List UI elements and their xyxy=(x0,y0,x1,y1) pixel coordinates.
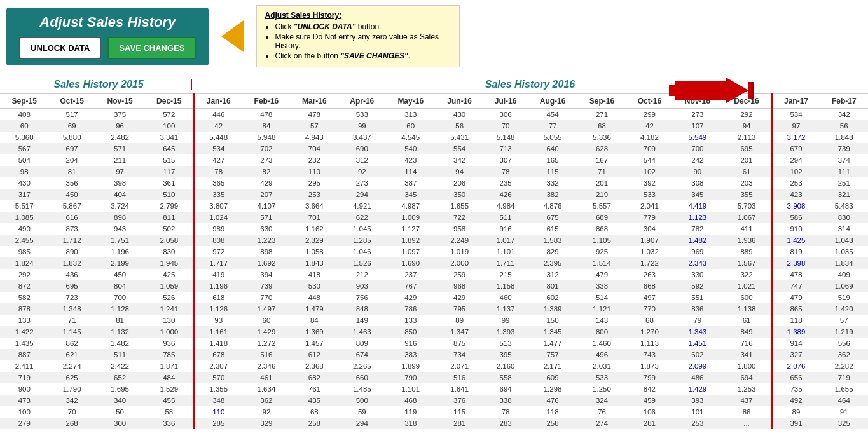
cell[interactable]: 1.241 xyxy=(144,303,194,315)
cell[interactable]: 429 xyxy=(436,292,483,303)
cell[interactable]: 1.936 xyxy=(722,235,772,246)
cell[interactable]: 419 xyxy=(194,269,242,280)
cell[interactable]: 640 xyxy=(528,143,577,154)
cell[interactable]: 409 xyxy=(820,269,868,280)
cell[interactable]: 1.634 xyxy=(242,383,290,395)
cell[interactable]: 533 xyxy=(577,372,626,383)
cell[interactable]: 618 xyxy=(194,292,242,303)
cell[interactable]: 1.272 xyxy=(242,338,290,349)
cell[interactable]: 427 xyxy=(194,154,242,166)
cell[interactable]: 533 xyxy=(626,189,673,200)
cell[interactable]: 356 xyxy=(48,177,95,189)
cell[interactable]: 454 xyxy=(528,109,577,121)
cell[interactable]: 1.429 xyxy=(242,326,290,338)
cell[interactable]: 582 xyxy=(0,292,48,303)
cell[interactable]: 5.948 xyxy=(242,132,290,143)
cell[interactable]: 115 xyxy=(436,406,483,418)
cell[interactable]: 235 xyxy=(483,177,527,189)
cell[interactable]: 376 xyxy=(436,395,483,406)
cell[interactable]: 709 xyxy=(626,143,673,154)
cell[interactable]: 556 xyxy=(820,338,868,349)
cell[interactable]: 1.298 xyxy=(528,383,577,395)
cell[interactable]: 450 xyxy=(95,269,144,280)
cell[interactable]: 292 xyxy=(722,109,772,121)
cell[interactable]: 78 xyxy=(483,166,527,177)
cell[interactable]: 630 xyxy=(242,223,290,235)
cell[interactable]: 799 xyxy=(626,372,673,383)
cell[interactable]: 865 xyxy=(772,303,820,315)
cell[interactable]: 1.253 xyxy=(722,383,772,395)
cell[interactable]: 694 xyxy=(722,372,772,383)
cell[interactable]: 496 xyxy=(577,349,626,360)
cell[interactable]: 702 xyxy=(242,143,290,154)
cell[interactable]: 723 xyxy=(48,292,95,303)
cell[interactable]: 1.123 xyxy=(673,212,722,223)
cell[interactable]: 716 xyxy=(722,338,772,349)
cell[interactable]: 1.843 xyxy=(291,257,338,269)
cell[interactable]: 435 xyxy=(291,395,338,406)
cell[interactable]: 1.046 xyxy=(338,246,385,257)
cell[interactable]: 887 xyxy=(0,349,48,360)
cell[interactable]: 99 xyxy=(338,120,385,132)
cell[interactable]: 514 xyxy=(577,292,626,303)
cell[interactable]: 5.867 xyxy=(48,200,95,212)
cell[interactable]: 2.099 xyxy=(673,360,722,372)
cell[interactable]: 94 xyxy=(436,166,483,177)
cell[interactable]: 5.557 xyxy=(577,200,626,212)
cell[interactable]: 2.422 xyxy=(95,360,144,372)
cell[interactable]: 592 xyxy=(673,280,722,292)
cell[interactable]: 504 xyxy=(0,154,48,166)
cell[interactable]: 314 xyxy=(820,223,868,235)
cell[interactable]: 92 xyxy=(338,166,385,177)
cell[interactable]: 61 xyxy=(722,166,772,177)
cell[interactable]: 317 xyxy=(0,189,48,200)
cell[interactable]: 2.329 xyxy=(291,235,338,246)
cell[interactable]: 345 xyxy=(386,189,436,200)
cell[interactable]: 68 xyxy=(291,406,338,418)
cell[interactable]: 570 xyxy=(194,372,242,383)
cell[interactable]: 429 xyxy=(386,292,436,303)
cell[interactable]: 1.567 xyxy=(722,257,772,269)
cell[interactable]: 398 xyxy=(95,177,144,189)
cell[interactable]: 916 xyxy=(483,223,527,235)
cell[interactable]: 110 xyxy=(194,406,242,418)
cell[interactable]: 770 xyxy=(626,303,673,315)
cell[interactable]: 713 xyxy=(483,143,527,154)
cell[interactable]: 2.455 xyxy=(0,235,48,246)
cell[interactable]: 478 xyxy=(242,109,290,121)
cell[interactable]: 318 xyxy=(386,418,436,429)
cell[interactable]: 81 xyxy=(95,315,144,326)
cell[interactable]: 342 xyxy=(820,109,868,121)
cell[interactable]: 4.545 xyxy=(386,132,436,143)
cell[interactable]: 808 xyxy=(194,235,242,246)
cell[interactable]: 1.369 xyxy=(291,326,338,338)
cell[interactable]: 57 xyxy=(820,315,868,326)
cell[interactable]: 464 xyxy=(820,395,868,406)
cell[interactable]: 1.158 xyxy=(483,280,527,292)
cell[interactable]: 2.346 xyxy=(242,360,290,372)
cell[interactable]: 719 xyxy=(820,372,868,383)
cell[interactable]: 1.479 xyxy=(291,303,338,315)
cell[interactable]: 968 xyxy=(436,280,483,292)
cell[interactable]: 81 xyxy=(48,166,95,177)
cell[interactable]: 674 xyxy=(338,349,385,360)
cell[interactable]: 786 xyxy=(386,303,436,315)
cell[interactable]: 325 xyxy=(820,418,868,429)
cell[interactable]: 237 xyxy=(386,269,436,280)
cell[interactable]: 695 xyxy=(722,143,772,154)
cell[interactable]: 819 xyxy=(772,246,820,257)
cell[interactable]: 394 xyxy=(242,269,290,280)
cell[interactable]: 294 xyxy=(338,418,385,429)
cell[interactable]: 1.497 xyxy=(242,303,290,315)
cell[interactable]: 362 xyxy=(242,395,290,406)
cell[interactable]: 437 xyxy=(722,395,772,406)
cell[interactable]: 1.711 xyxy=(483,257,527,269)
cell[interactable]: 1.712 xyxy=(48,235,95,246)
cell[interactable]: 567 xyxy=(0,143,48,154)
cell[interactable]: 747 xyxy=(772,280,820,292)
cell[interactable]: 100 xyxy=(144,120,194,132)
cell[interactable]: 668 xyxy=(626,280,673,292)
cell[interactable]: 969 xyxy=(673,246,722,257)
cell[interactable]: 695 xyxy=(48,280,95,292)
cell[interactable]: ... xyxy=(722,418,772,429)
